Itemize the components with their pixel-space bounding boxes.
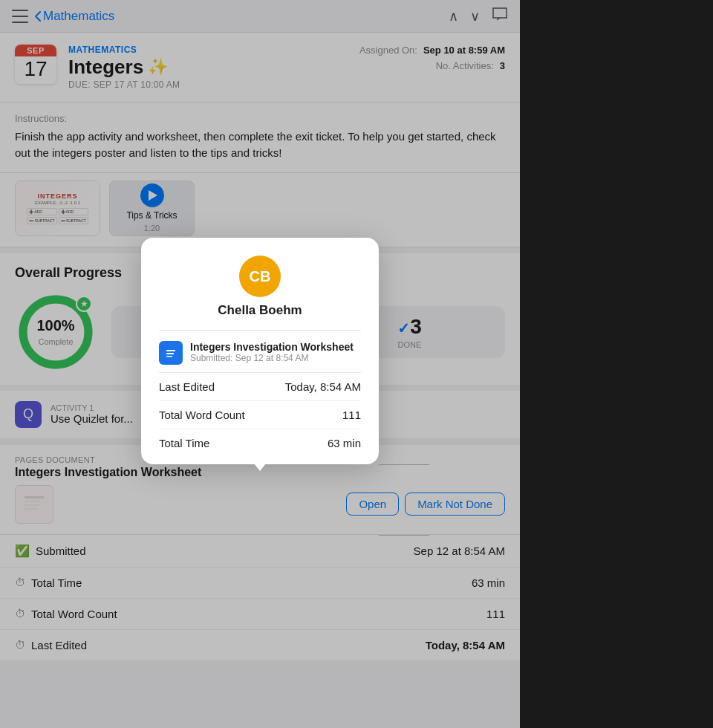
popup-doc-info: Integers Investigation Worksheet Submitt… bbox=[190, 341, 361, 363]
popup-doc-row: Integers Investigation Worksheet Submitt… bbox=[159, 331, 361, 372]
popup-last-edited-value: Today, 8:54 AM bbox=[285, 380, 361, 393]
popup-tail bbox=[254, 464, 266, 471]
popup-avatar: CB bbox=[239, 256, 281, 297]
popup-doc-submitted: Submitted: Sep 12 at 8:54 AM bbox=[190, 353, 361, 363]
popup-total-time-value: 63 min bbox=[328, 437, 361, 449]
popup-body: CB Chella Boehm bbox=[141, 238, 379, 464]
popup-doc-name: Integers Investigation Worksheet bbox=[190, 341, 361, 353]
right-panel bbox=[520, 0, 713, 728]
popup-total-time-row: Total Time 63 min bbox=[159, 429, 361, 449]
popup-overlay: CB Chella Boehm bbox=[0, 0, 520, 728]
connector-line-1 bbox=[379, 464, 429, 465]
popup-last-edited-row: Last Edited Today, 8:54 AM bbox=[159, 373, 361, 401]
popup-word-count-row: Total Word Count 111 bbox=[159, 401, 361, 429]
popup-doc-icon bbox=[159, 341, 183, 365]
popup-word-count-label: Total Word Count bbox=[159, 409, 245, 421]
popup-wrapper: CB Chella Boehm bbox=[141, 238, 379, 471]
popup-word-count-value: 111 bbox=[342, 409, 361, 421]
popup-avatar-row: CB Chella Boehm bbox=[159, 256, 361, 318]
svg-rect-9 bbox=[166, 353, 174, 354]
popup-total-time-label: Total Time bbox=[159, 437, 209, 449]
svg-rect-10 bbox=[166, 356, 172, 357]
popup-student-name: Chella Boehm bbox=[218, 303, 302, 318]
svg-rect-8 bbox=[166, 350, 175, 351]
connector-line-2 bbox=[379, 535, 429, 536]
popup-last-edited-label: Last Edited bbox=[159, 380, 215, 393]
student-popup: CB Chella Boehm bbox=[141, 238, 379, 464]
